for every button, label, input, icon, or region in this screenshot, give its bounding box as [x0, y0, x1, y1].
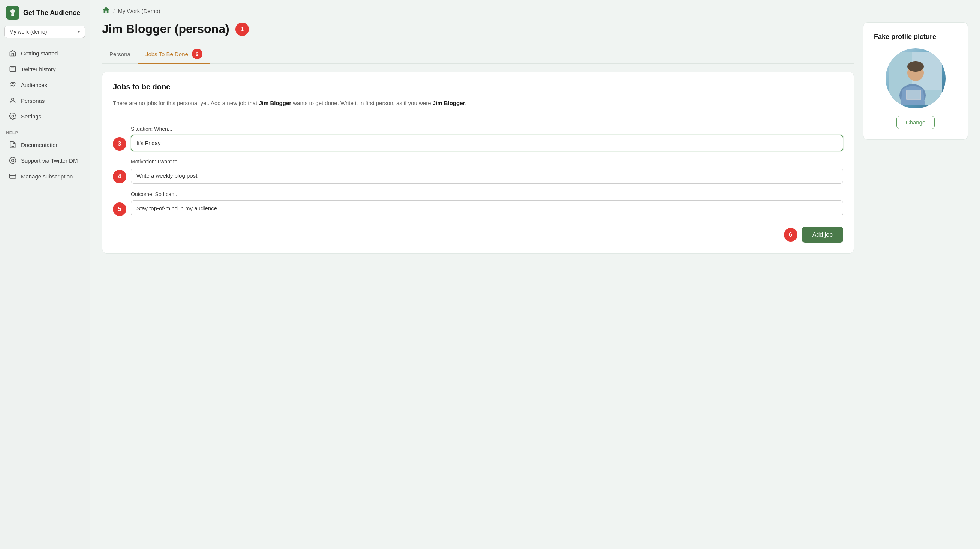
page-badge: 1 [235, 22, 249, 36]
svg-point-8 [10, 158, 16, 164]
situation-group: Situation: When... [131, 126, 843, 151]
add-job-badge: 6 [784, 228, 797, 242]
svg-point-2 [11, 82, 13, 84]
tab-jobs-to-be-done[interactable]: Jobs To Be Done 2 [138, 45, 210, 64]
app-logo-icon [6, 6, 19, 19]
help-section-label: HELP [0, 124, 90, 137]
sidebar-label-settings: Settings [21, 113, 41, 119]
home-icon [9, 49, 16, 57]
profile-card: Fake profile picture [863, 22, 968, 140]
outcome-badge: 5 [113, 202, 126, 216]
outcome-group: Outcome: So I can... [131, 191, 843, 216]
motivation-group: Motivation: I want to... [131, 159, 843, 184]
twitter-history-icon [9, 65, 16, 73]
tab-jobs-badge: 2 [192, 49, 202, 59]
svg-rect-19 [907, 91, 920, 99]
sidebar-label-documentation: Documentation [21, 142, 59, 148]
empty-text-end: . [465, 100, 466, 106]
content-area: Jim Blogger (persona) 1 Persona Jobs To … [90, 22, 980, 549]
situation-row: 3 Situation: When... [113, 126, 843, 159]
persona-name-1: Jim Blogger [259, 100, 291, 106]
outcome-input[interactable] [131, 200, 843, 216]
svg-point-3 [13, 82, 15, 84]
jobs-card-title: Jobs to be done [113, 83, 843, 91]
svg-point-4 [12, 98, 14, 100]
audiences-icon [9, 81, 16, 89]
topbar-separator: / [113, 8, 115, 14]
sidebar-item-settings[interactable]: Settings [3, 109, 87, 124]
add-job-button[interactable]: Add job [802, 227, 843, 243]
right-panel: Fake profile picture [863, 22, 968, 537]
logo: Get The Audience [0, 6, 90, 25]
sidebar-item-subscription[interactable]: Manage subscription [3, 169, 87, 184]
topbar: / My Work (Demo) [90, 0, 980, 22]
sidebar-label-subscription: Manage subscription [21, 173, 73, 180]
svg-point-5 [12, 116, 14, 118]
svg-rect-10 [10, 174, 16, 178]
sidebar-item-documentation[interactable]: Documentation [3, 137, 87, 152]
tabs-nav: Persona Jobs To Be Done 2 [102, 45, 854, 64]
situation-label: Situation: When... [131, 126, 843, 132]
add-job-row: 6 Add job [113, 227, 843, 243]
sidebar-item-audiences[interactable]: Audiences [3, 77, 87, 92]
page-title: Jim Blogger (persona) [102, 22, 229, 36]
tab-jobs-label: Jobs To Be Done [145, 51, 188, 57]
sidebar-item-twitter-history[interactable]: Twitter history [3, 62, 87, 76]
empty-text-middle: wants to get done. Write it in first per… [291, 100, 433, 106]
sidebar-label-personas: Personas [21, 97, 45, 104]
motivation-input[interactable] [131, 168, 843, 184]
profile-avatar [886, 48, 945, 108]
page-title-row: Jim Blogger (persona) 1 [102, 22, 854, 36]
sidebar-item-getting-started[interactable]: Getting started [3, 46, 87, 61]
svg-rect-0 [11, 15, 14, 16]
outcome-label: Outcome: So I can... [131, 191, 843, 197]
persona-name-2: Jim Blogger [433, 100, 465, 106]
situation-input[interactable] [131, 135, 843, 151]
main-content: / My Work (Demo) Jim Blogger (persona) 1… [90, 0, 980, 549]
settings-icon [9, 113, 16, 120]
jobs-empty-text: There are no jobs for this persona, yet.… [113, 99, 843, 116]
documentation-icon [9, 141, 16, 148]
app-name: Get The Audience [23, 9, 80, 17]
main-panel: Jim Blogger (persona) 1 Persona Jobs To … [102, 22, 854, 537]
sidebar-label-getting-started: Getting started [21, 50, 58, 57]
sidebar-item-personas[interactable]: Personas [3, 93, 87, 108]
topbar-breadcrumb: My Work (Demo) [118, 8, 160, 14]
situation-badge: 3 [113, 137, 126, 151]
sidebar-label-audiences: Audiences [21, 82, 47, 88]
main-nav: Getting started Twitter history [0, 46, 90, 124]
motivation-label: Motivation: I want to... [131, 159, 843, 165]
jobs-card: Jobs to be done There are no jobs for th… [102, 72, 854, 253]
person-icon [9, 97, 16, 104]
tab-persona[interactable]: Persona [102, 45, 138, 64]
tab-persona-label: Persona [110, 51, 130, 57]
svg-point-17 [907, 61, 924, 72]
empty-text-before: There are no jobs for this persona, yet.… [113, 100, 259, 106]
motivation-badge: 4 [113, 170, 126, 183]
change-profile-button[interactable]: Change [896, 116, 935, 129]
sidebar-label-twitter-history: Twitter history [21, 66, 56, 72]
subscription-icon [9, 172, 16, 180]
workspace-select[interactable]: My work (demo)Other workspace [5, 25, 85, 38]
svg-point-9 [12, 159, 14, 162]
motivation-row: 4 Motivation: I want to... [113, 159, 843, 191]
profile-card-title: Fake profile picture [874, 33, 936, 41]
sidebar-item-support[interactable]: Support via Twitter DM [3, 153, 87, 168]
topbar-home-icon[interactable] [102, 6, 110, 16]
sidebar-label-support: Support via Twitter DM [21, 158, 78, 164]
support-icon [9, 157, 16, 164]
outcome-row: 5 Outcome: So I can... [113, 191, 843, 224]
sidebar: Get The Audience My work (demo)Other wor… [0, 0, 90, 549]
